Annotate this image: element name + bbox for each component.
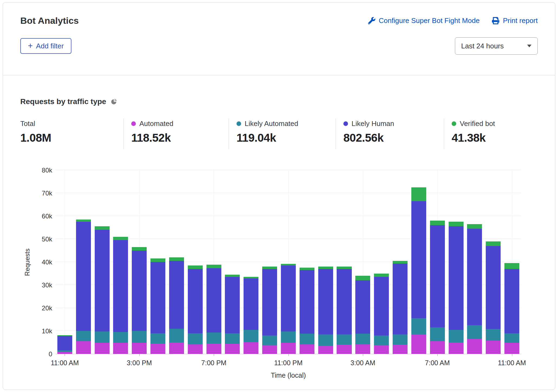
x-tick-mark [65, 354, 65, 356]
x-tick-mark [363, 354, 363, 356]
bar-segment-likely-automated [374, 335, 389, 345]
x-tick-mark [512, 354, 512, 356]
configure-super-bot-fight-mode-link[interactable]: Configure Super Bot Fight Mode [368, 16, 480, 25]
stat-value: 802.56k [343, 131, 444, 144]
bar-stack [318, 267, 333, 354]
bar-stack [169, 257, 184, 354]
stats-row: Total1.08MAutomated118.52kLikely Automat… [20, 118, 538, 149]
bar-segment-likely-human [486, 246, 501, 329]
bar [74, 170, 93, 354]
bar-stack [355, 276, 370, 354]
time-range-select[interactable]: Last 24 hours [455, 37, 538, 55]
bar [335, 170, 354, 354]
bar-segment-likely-automated [467, 325, 482, 339]
bar-segment-likely-automated [281, 331, 296, 343]
bar-segment-likely-automated [449, 330, 464, 343]
chart-plot [55, 170, 521, 354]
bar [465, 170, 484, 354]
bar-segment-automated [95, 343, 110, 354]
bar-segment-likely-human [430, 225, 445, 327]
bar-stack [225, 275, 240, 354]
bar [391, 170, 409, 354]
bar [242, 170, 260, 354]
bar-stack [430, 221, 445, 354]
y-axis-labels: 010k20k30k40k50k60k70k80k [20, 170, 52, 354]
bar [298, 170, 316, 354]
card-body: Requests by traffic type Total1.08MAutom… [3, 75, 555, 383]
stat-total[interactable]: Total1.08M [20, 118, 123, 149]
bar-segment-likely-automated [188, 333, 203, 344]
x-tick-mark [288, 354, 289, 356]
bar-segment-verified-bot [262, 267, 277, 269]
bar-stack [95, 226, 110, 354]
legend-dot-verified-bot [452, 121, 456, 126]
bar-segment-likely-human [504, 269, 519, 333]
bar-segment-automated [150, 344, 165, 354]
bar-segment-automated [449, 343, 464, 354]
stat-label: Automated [131, 119, 229, 128]
bar-segment-likely-human [318, 269, 333, 334]
bar-segment-likely-automated [113, 332, 128, 343]
bar-segment-likely-automated [430, 327, 445, 341]
bar-segment-verified-bot [393, 261, 408, 264]
bar-segment-verified-bot [449, 222, 464, 226]
stat-value: 41.38k [452, 131, 538, 144]
y-tick-label: 50k [42, 235, 52, 243]
stat-likely-human[interactable]: Likely Human802.56k [336, 118, 444, 149]
bar-segment-verified-bot [467, 224, 482, 229]
configure-link-label: Configure Super Bot Fight Mode [379, 16, 480, 25]
bar [149, 170, 167, 354]
bar-segment-likely-human [95, 230, 110, 331]
bar-segment-likely-automated [169, 329, 184, 343]
x-tick-label: 11:00 AM [51, 359, 79, 367]
stat-label-text: Automated [139, 119, 173, 128]
requests-chart: Requests 010k20k30k40k50k60k70k80k 11:00… [20, 167, 538, 383]
bar-segment-likely-human [374, 277, 389, 335]
add-filter-button[interactable]: + Add filter [20, 38, 71, 54]
bar-segment-verified-bot [225, 275, 240, 277]
bar-stack [393, 261, 408, 354]
legend-dot-likely-automated [237, 121, 241, 126]
print-link-label: Print report [503, 16, 538, 25]
bar-segment-verified-bot [430, 221, 445, 225]
bar-segment-automated [300, 344, 314, 354]
bar-segment-verified-bot [188, 265, 203, 269]
bar-segment-likely-automated [95, 331, 110, 343]
bar-segment-likely-human [281, 265, 296, 331]
pie-chart-icon [110, 98, 117, 105]
bar [93, 170, 111, 354]
bar-stack [113, 237, 128, 354]
bar-segment-likely-human [244, 278, 258, 330]
bar-segment-verified-bot [486, 241, 501, 246]
stat-value: 1.08M [20, 131, 123, 144]
bar-segment-automated [504, 343, 519, 354]
bar [447, 170, 465, 354]
bar-segment-likely-automated [132, 331, 147, 343]
y-tick-label: 0 [49, 350, 52, 358]
bar-segment-verified-bot [169, 257, 184, 261]
bar-segment-likely-automated [486, 329, 501, 341]
stat-automated[interactable]: Automated118.52k [123, 118, 229, 149]
stat-label: Total [20, 119, 123, 128]
bar-stack [411, 187, 426, 354]
bar [353, 170, 372, 354]
bar-segment-likely-human [411, 201, 426, 318]
bar-segment-likely-human [57, 336, 72, 351]
y-tick-label: 70k [42, 190, 52, 197]
print-report-link[interactable]: Print report [492, 16, 538, 25]
header-links: Configure Super Bot Fight Mode Print rep… [368, 16, 538, 25]
legend-dot-likely-human [343, 121, 348, 126]
bar-stack [57, 335, 72, 354]
bar-segment-likely-automated [318, 334, 333, 346]
stat-verified-bot[interactable]: Verified bot41.38k [444, 118, 538, 149]
bar-stack [281, 264, 296, 354]
bar-segment-likely-automated [355, 334, 370, 344]
stat-likely-automated[interactable]: Likely Automated119.04k [229, 118, 336, 149]
stat-label: Verified bot [452, 119, 538, 128]
legend-dot-automated [131, 121, 136, 126]
bar-stack [206, 265, 221, 354]
bar [279, 170, 298, 354]
bar-segment-verified-bot [355, 276, 370, 280]
bar-segment-likely-automated [393, 334, 408, 345]
y-tick-label: 60k [42, 212, 52, 220]
